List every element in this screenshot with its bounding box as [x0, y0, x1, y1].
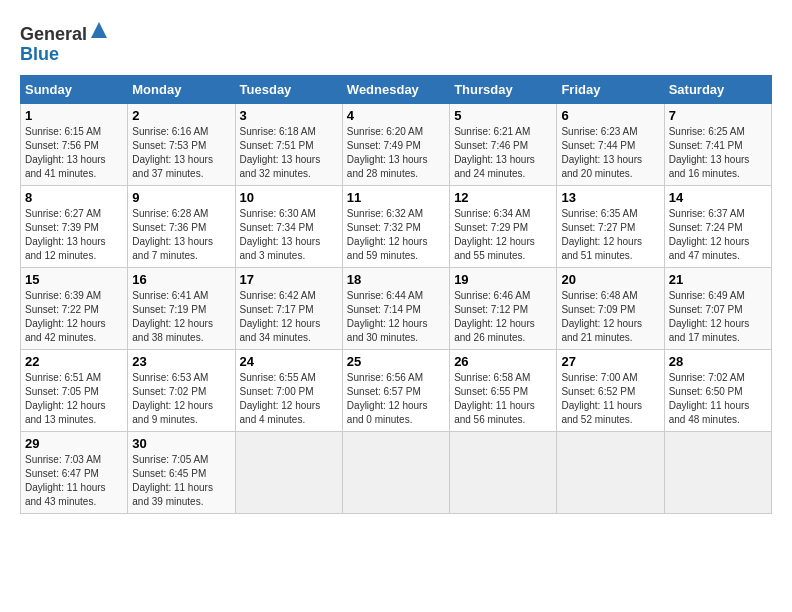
table-row	[235, 431, 342, 513]
table-row: 12Sunrise: 6:34 AM Sunset: 7:29 PM Dayli…	[450, 185, 557, 267]
weekday-header-sunday: Sunday	[21, 75, 128, 103]
calendar-week-4: 29Sunrise: 7:03 AM Sunset: 6:47 PM Dayli…	[21, 431, 772, 513]
table-row: 13Sunrise: 6:35 AM Sunset: 7:27 PM Dayli…	[557, 185, 664, 267]
table-row: 1Sunrise: 6:15 AM Sunset: 7:56 PM Daylig…	[21, 103, 128, 185]
logo-icon	[89, 20, 109, 40]
table-row: 2Sunrise: 6:16 AM Sunset: 7:53 PM Daylig…	[128, 103, 235, 185]
table-row: 22Sunrise: 6:51 AM Sunset: 7:05 PM Dayli…	[21, 349, 128, 431]
table-row	[450, 431, 557, 513]
weekday-header-monday: Monday	[128, 75, 235, 103]
table-row: 27Sunrise: 7:00 AM Sunset: 6:52 PM Dayli…	[557, 349, 664, 431]
header: General Blue	[20, 20, 772, 65]
weekday-header-wednesday: Wednesday	[342, 75, 449, 103]
weekday-header-tuesday: Tuesday	[235, 75, 342, 103]
table-row: 25Sunrise: 6:56 AM Sunset: 6:57 PM Dayli…	[342, 349, 449, 431]
table-row: 23Sunrise: 6:53 AM Sunset: 7:02 PM Dayli…	[128, 349, 235, 431]
table-row: 16Sunrise: 6:41 AM Sunset: 7:19 PM Dayli…	[128, 267, 235, 349]
calendar-week-3: 22Sunrise: 6:51 AM Sunset: 7:05 PM Dayli…	[21, 349, 772, 431]
calendar-week-2: 15Sunrise: 6:39 AM Sunset: 7:22 PM Dayli…	[21, 267, 772, 349]
table-row: 20Sunrise: 6:48 AM Sunset: 7:09 PM Dayli…	[557, 267, 664, 349]
weekday-header-friday: Friday	[557, 75, 664, 103]
table-row	[342, 431, 449, 513]
table-row: 5Sunrise: 6:21 AM Sunset: 7:46 PM Daylig…	[450, 103, 557, 185]
table-row: 24Sunrise: 6:55 AM Sunset: 7:00 PM Dayli…	[235, 349, 342, 431]
table-row	[557, 431, 664, 513]
table-row: 6Sunrise: 6:23 AM Sunset: 7:44 PM Daylig…	[557, 103, 664, 185]
table-row: 26Sunrise: 6:58 AM Sunset: 6:55 PM Dayli…	[450, 349, 557, 431]
weekday-header-row: SundayMondayTuesdayWednesdayThursdayFrid…	[21, 75, 772, 103]
weekday-header-saturday: Saturday	[664, 75, 771, 103]
logo: General Blue	[20, 20, 109, 65]
logo-general: General	[20, 24, 87, 44]
calendar: SundayMondayTuesdayWednesdayThursdayFrid…	[20, 75, 772, 514]
table-row	[664, 431, 771, 513]
table-row: 9Sunrise: 6:28 AM Sunset: 7:36 PM Daylig…	[128, 185, 235, 267]
table-row: 30Sunrise: 7:05 AM Sunset: 6:45 PM Dayli…	[128, 431, 235, 513]
table-row: 17Sunrise: 6:42 AM Sunset: 7:17 PM Dayli…	[235, 267, 342, 349]
calendar-week-1: 8Sunrise: 6:27 AM Sunset: 7:39 PM Daylig…	[21, 185, 772, 267]
table-row: 18Sunrise: 6:44 AM Sunset: 7:14 PM Dayli…	[342, 267, 449, 349]
table-row: 7Sunrise: 6:25 AM Sunset: 7:41 PM Daylig…	[664, 103, 771, 185]
table-row: 19Sunrise: 6:46 AM Sunset: 7:12 PM Dayli…	[450, 267, 557, 349]
table-row: 15Sunrise: 6:39 AM Sunset: 7:22 PM Dayli…	[21, 267, 128, 349]
table-row: 14Sunrise: 6:37 AM Sunset: 7:24 PM Dayli…	[664, 185, 771, 267]
table-row: 11Sunrise: 6:32 AM Sunset: 7:32 PM Dayli…	[342, 185, 449, 267]
table-row: 29Sunrise: 7:03 AM Sunset: 6:47 PM Dayli…	[21, 431, 128, 513]
table-row: 3Sunrise: 6:18 AM Sunset: 7:51 PM Daylig…	[235, 103, 342, 185]
svg-marker-0	[91, 22, 107, 38]
table-row: 28Sunrise: 7:02 AM Sunset: 6:50 PM Dayli…	[664, 349, 771, 431]
logo-blue: Blue	[20, 44, 59, 64]
table-row: 4Sunrise: 6:20 AM Sunset: 7:49 PM Daylig…	[342, 103, 449, 185]
weekday-header-thursday: Thursday	[450, 75, 557, 103]
table-row: 21Sunrise: 6:49 AM Sunset: 7:07 PM Dayli…	[664, 267, 771, 349]
table-row: 10Sunrise: 6:30 AM Sunset: 7:34 PM Dayli…	[235, 185, 342, 267]
table-row: 8Sunrise: 6:27 AM Sunset: 7:39 PM Daylig…	[21, 185, 128, 267]
calendar-week-0: 1Sunrise: 6:15 AM Sunset: 7:56 PM Daylig…	[21, 103, 772, 185]
